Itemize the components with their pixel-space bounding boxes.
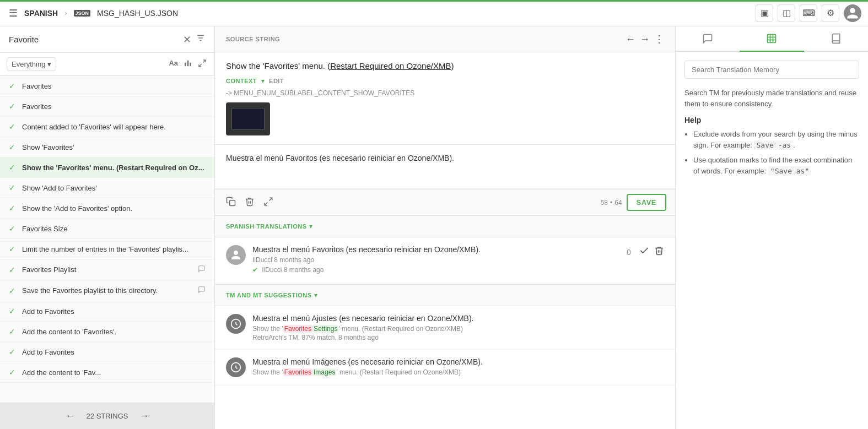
sidebar-item-label: Favorites xyxy=(22,102,206,111)
sidebar-title: Favorite xyxy=(9,35,183,44)
list-item[interactable]: ✓ Add the content to 'Fav... xyxy=(0,362,214,383)
svg-rect-13 xyxy=(768,35,776,43)
delete-translation-button[interactable] xyxy=(242,194,257,211)
check-icon: ✓ xyxy=(9,265,18,274)
user-avatar[interactable] xyxy=(844,4,861,22)
sidebar-close-button[interactable]: ✕ xyxy=(183,34,191,46)
translation-item-actions: 0 xyxy=(623,245,664,259)
tab-translation-memory[interactable] xyxy=(740,26,804,52)
translation-item-meta: IlDucci 8 months ago xyxy=(252,256,617,264)
tm-item-content[interactable]: Muestra el menú Imágenes (es necesario r… xyxy=(252,357,664,377)
prev-string-button[interactable]: ← xyxy=(626,34,635,45)
sidebar-item-label: Show the 'Favorites' menu. (Restart Requ… xyxy=(22,164,206,172)
spanish-translations-section: SPANISH TRANSLATIONS ▾ Muestra el menú F… xyxy=(215,215,675,284)
layout-split-icon[interactable]: ◫ xyxy=(778,4,795,22)
comment-icon xyxy=(198,286,206,295)
context-label: CONTEXT xyxy=(226,78,257,84)
tab-glossary[interactable] xyxy=(804,26,868,52)
check-icon: ✓ xyxy=(9,224,18,233)
svg-line-6 xyxy=(203,60,206,63)
translation-toolbar: 58•64 SAVE xyxy=(215,189,675,215)
tm-suggestion-item: Muestra el menú Imágenes (es necesario r… xyxy=(215,350,675,385)
translation-text-input[interactable]: Muestra el menú Favoritos (es necesario … xyxy=(215,145,675,189)
list-item[interactable]: ✓ Show the 'Add to Favorites' option. xyxy=(0,198,214,219)
list-item-active[interactable]: ✓ Show the 'Favorites' menu. (Restart Re… xyxy=(0,158,214,178)
context-image xyxy=(226,102,270,135)
tm-item-source: Show the 'FavoritesImages' menu. (Restar… xyxy=(252,368,664,376)
svg-line-9 xyxy=(269,198,272,200)
translation-text: Muestra el menú Favoritos (es necesario … xyxy=(226,154,454,162)
main-layout: Favorite ✕ Everything ▾ Aa xyxy=(0,26,868,429)
spanish-translations-dropdown[interactable]: ▾ xyxy=(309,222,312,230)
settings-icon[interactable]: ⚙ xyxy=(822,4,839,22)
right-panel: Search TM for previously made translatio… xyxy=(675,26,868,429)
svg-rect-4 xyxy=(187,61,189,67)
save-button[interactable]: SAVE xyxy=(627,194,666,211)
topbar: ☰ SPANISH › JSON MSG_HASH_US.JSON ▣ ◫ ⌨ … xyxy=(0,0,868,26)
resize-button[interactable] xyxy=(261,194,276,211)
regex-icon[interactable] xyxy=(182,58,193,70)
file-type-badge: JSON xyxy=(74,10,91,17)
sidebar-item-label: Save the Favorites playlist to this dire… xyxy=(22,286,193,295)
translator-avatar xyxy=(226,245,246,265)
sidebar-item-label: Limit the number of entries in the 'Favo… xyxy=(22,245,206,253)
tab-comments[interactable] xyxy=(676,26,740,52)
svg-rect-3 xyxy=(185,63,186,67)
list-item[interactable]: ✓ Add to Favorites xyxy=(0,301,214,322)
check-icon: ✓ xyxy=(9,286,18,295)
list-item[interactable]: ✓ Add to Favorites xyxy=(0,342,214,362)
edit-label[interactable]: EDIT xyxy=(269,78,284,84)
next-string-button[interactable]: → xyxy=(640,34,650,45)
list-item[interactable]: ✓ Limit the number of entries in the 'Fa… xyxy=(0,239,214,259)
sidebar-header: Favorite ✕ xyxy=(0,26,214,53)
sidebar-list: ✓ Favorites ✓ Favorites ✓ Content added … xyxy=(0,76,214,403)
tm-suggestion-item: Muestra el menú Ajustes (es necesario re… xyxy=(215,306,675,350)
keyboard-icon[interactable]: ⌨ xyxy=(800,4,817,22)
context-row: CONTEXT ▾ EDIT xyxy=(226,77,664,85)
highlight-red: Favorites xyxy=(283,325,312,333)
case-sensitive-icon[interactable]: Aa xyxy=(168,58,179,70)
search-scope-dropdown[interactable]: Everything ▾ xyxy=(7,57,56,71)
tm-help-title: Help xyxy=(684,116,859,124)
file-name-label: MSG_HASH_US.JSON xyxy=(97,9,178,18)
tm-item-content[interactable]: Muestra el menú Ajustes (es necesario re… xyxy=(252,314,664,341)
source-nav-buttons: ← → ⋮ xyxy=(626,33,664,45)
context-path: -> MENU_ENUM_SUBLABEL_CONTENT_SHOW_FAVOR… xyxy=(226,89,664,97)
copy-source-button[interactable] xyxy=(224,194,238,211)
expand-icon[interactable] xyxy=(197,58,208,70)
sidebar-pagination-bar: ← 22 STRINGS → xyxy=(0,403,214,429)
prev-page-button[interactable]: ← xyxy=(63,408,78,424)
delete-translation-item-button[interactable] xyxy=(654,246,664,258)
check-icon: ✓ xyxy=(9,307,18,316)
sidebar-item-label: Add to Favorites xyxy=(22,307,206,316)
check-icon: ✓ xyxy=(9,102,18,111)
context-dropdown-icon[interactable]: ▾ xyxy=(261,77,265,85)
center-panel: SOURCE STRING ← → ⋮ Show the 'Favorites'… xyxy=(215,26,675,429)
tm-avatar xyxy=(226,314,246,334)
sidebar-item-label: Favorites Size xyxy=(22,225,206,233)
next-page-button[interactable]: → xyxy=(137,408,151,424)
list-item[interactable]: ✓ Show 'Favorites' xyxy=(0,137,214,158)
sidebar-filter-button[interactable] xyxy=(196,33,206,46)
more-options-button[interactable]: ⋮ xyxy=(654,33,664,45)
list-item[interactable]: ✓ Add the content to 'Favorites'. xyxy=(0,322,214,342)
list-item[interactable]: ✓ Save the Favorites playlist to this di… xyxy=(0,280,214,301)
sidebar-item-label: Favorites Playlist xyxy=(22,265,193,274)
layout-sidebar-icon[interactable]: ▣ xyxy=(756,4,773,22)
menu-icon[interactable]: ☰ xyxy=(7,5,20,21)
list-item[interactable]: ✓ Favorites Size xyxy=(0,219,214,239)
translation-item-text: Muestra el menú Favoritos (es necesario … xyxy=(252,245,617,254)
approve-translation-button[interactable] xyxy=(639,245,650,259)
tm-suggestions-dropdown[interactable]: ▾ xyxy=(314,291,317,299)
sidebar-search-icons: Aa xyxy=(168,58,208,70)
list-item[interactable]: ✓ Show 'Add to Favorites' xyxy=(0,178,214,198)
list-item[interactable]: ✓ Favorites xyxy=(0,96,214,117)
svg-rect-8 xyxy=(230,200,235,205)
search-tm-input[interactable] xyxy=(684,61,859,79)
tm-help-item: Use quotation marks to find the exact co… xyxy=(693,155,859,176)
breadcrumb-chevron: › xyxy=(64,9,67,17)
source-string-content: Show the 'Favorites' menu. (Restart Requ… xyxy=(215,52,675,145)
list-item[interactable]: ✓ Content added to 'Favorites' will appe… xyxy=(0,117,214,137)
list-item[interactable]: ✓ Favorites xyxy=(0,76,214,96)
list-item[interactable]: ✓ Favorites Playlist xyxy=(0,259,214,280)
